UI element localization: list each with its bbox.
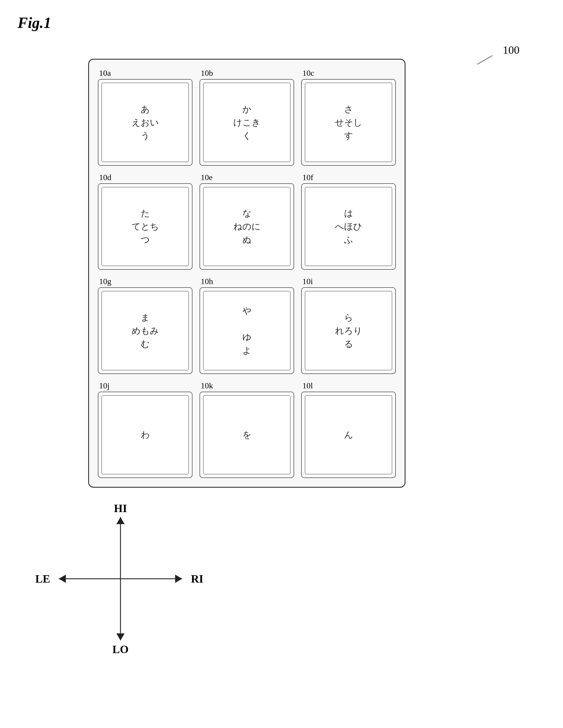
device-container: 10a あえおいう 10b かけこきく 10c させそしす 10d たてとちつ (88, 59, 406, 488)
key-label-10h: 10h (201, 277, 294, 286)
key-chars-10g: まめもみむ (132, 311, 159, 350)
key-inner-10c: させそしす (305, 83, 392, 162)
key-cell-10b[interactable]: 10b かけこきく (200, 68, 294, 166)
key-chars-10a: あえおいう (132, 103, 159, 142)
key-cell-10a[interactable]: 10a あえおいう (98, 68, 192, 166)
key-inner-10f: はへほひふ (305, 187, 392, 266)
key-inner-10j: わ (101, 395, 189, 475)
key-chars-10d: たてとちつ (132, 207, 159, 246)
key-box-10d[interactable]: たてとちつ (98, 183, 192, 270)
key-inner-10i: られろりる (305, 291, 392, 370)
key-chars-10l: ん (344, 428, 353, 441)
key-chars-10j: わ (141, 428, 150, 441)
key-label-10g: 10g (99, 277, 192, 286)
key-chars-10k: を (242, 428, 252, 441)
key-chars-10e: なねのにぬ (233, 207, 261, 246)
key-cell-10g[interactable]: 10g まめもみむ (98, 277, 192, 374)
key-label-10c: 10c (302, 68, 396, 78)
key-chars-10c: させそしす (335, 103, 362, 142)
key-box-10g[interactable]: まめもみむ (98, 287, 192, 374)
key-cell-10j[interactable]: 10j わ (98, 381, 192, 478)
key-cell-10l[interactable]: 10l ん (301, 381, 396, 478)
key-box-10l[interactable]: ん (301, 392, 396, 478)
key-label-10a: 10a (99, 68, 192, 78)
direction-ri-label: RI (191, 572, 203, 585)
key-inner-10h: やゆよ (203, 291, 291, 370)
key-box-10i[interactable]: られろりる (301, 287, 396, 374)
key-box-10e[interactable]: なねのにぬ (200, 183, 294, 270)
key-label-10b: 10b (201, 68, 294, 78)
figure-title: Fig.1 (18, 14, 51, 31)
connector-line (477, 55, 493, 65)
key-label-10i: 10i (302, 277, 396, 286)
key-inner-10e: なねのにぬ (203, 187, 291, 266)
key-cell-10d[interactable]: 10d たてとちつ (98, 173, 192, 270)
arrow-right-icon (175, 575, 182, 583)
key-chars-10i: られろりる (335, 311, 362, 350)
key-label-10e: 10e (201, 173, 294, 182)
key-label-10f: 10f (302, 173, 396, 182)
key-inner-10g: まめもみむ (101, 291, 189, 370)
key-inner-10a: あえおいう (101, 83, 189, 162)
key-cell-10k[interactable]: 10k を (200, 381, 294, 478)
key-box-10k[interactable]: を (200, 392, 294, 478)
device-label: 100 (503, 43, 520, 56)
key-box-10a[interactable]: あえおいう (98, 79, 192, 166)
key-cell-10e[interactable]: 10e なねのにぬ (200, 173, 294, 270)
key-cell-10i[interactable]: 10i られろりる (301, 277, 396, 374)
key-box-10f[interactable]: はへほひふ (301, 183, 396, 270)
key-label-10k: 10k (201, 381, 294, 390)
arrow-down-icon (116, 633, 125, 640)
key-box-10j[interactable]: わ (98, 392, 192, 478)
key-box-10h[interactable]: やゆよ (200, 287, 294, 374)
key-label-10l: 10l (302, 381, 396, 390)
direction-cross: HI LO LE RI (59, 517, 182, 640)
key-box-10c[interactable]: させそしす (301, 79, 396, 166)
arrow-left-icon (59, 575, 66, 583)
key-box-10b[interactable]: かけこきく (200, 79, 294, 166)
direction-le-label: LE (35, 572, 50, 585)
key-cell-10f[interactable]: 10f はへほひふ (301, 173, 396, 270)
direction-hi-label: HI (114, 502, 127, 515)
key-chars-10h: やゆよ (242, 304, 252, 357)
key-cell-10c[interactable]: 10c させそしす (301, 68, 396, 166)
key-inner-10l: ん (305, 395, 392, 475)
key-chars-10f: はへほひふ (335, 207, 362, 246)
direction-lo-label: LO (113, 643, 129, 656)
key-cell-10h[interactable]: 10h やゆよ (200, 277, 294, 374)
key-inner-10b: かけこきく (203, 83, 291, 162)
key-inner-10d: たてとちつ (101, 187, 189, 266)
key-label-10d: 10d (99, 173, 192, 182)
cross-vertical-line (120, 517, 121, 640)
key-label-10j: 10j (99, 381, 192, 390)
key-chars-10b: かけこきく (233, 103, 261, 142)
arrow-up-icon (116, 517, 125, 524)
key-inner-10k: を (203, 395, 291, 475)
